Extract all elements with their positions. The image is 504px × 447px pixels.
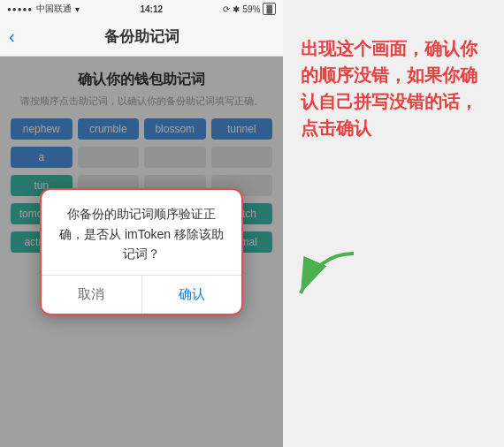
screen-rotate-icon: ⟳ xyxy=(223,4,230,14)
dialog-message: 你备份的助记词顺序验证正确，是否从 imToken 移除该助记词？ xyxy=(59,207,224,261)
green-arrow-icon xyxy=(292,245,363,310)
signal-dots: ●●●●● xyxy=(7,5,33,13)
page-content: 确认你的钱包助记词 请按顺序点击助记词，以确认你的备份助记词填写正确。 neph… xyxy=(0,57,283,447)
dialog-body: 你备份的助记词顺序验证正确，是否从 imToken 移除该助记词？ xyxy=(42,190,241,274)
status-left: ●●●●● 中国联通 ▾ xyxy=(7,3,80,15)
wifi-icon: ▾ xyxy=(75,4,80,14)
nav-title: 备份助记词 xyxy=(104,27,179,47)
time-display: 14:12 xyxy=(141,4,164,14)
bluetooth-icon: ✱ xyxy=(233,4,240,14)
battery-level: 59% xyxy=(242,4,260,14)
nav-bar: ‹ 备份助记词 xyxy=(0,18,283,57)
back-button[interactable]: ‹ xyxy=(9,27,15,47)
carrier: 中国联通 xyxy=(36,3,72,15)
annotation-panel: 出现这个画面，确认你的顺序没错，如果你确认自己拼写没错的话，点击确认 xyxy=(283,0,504,447)
phone-screen: ●●●●● 中国联通 ▾ 14:12 ⟳ ✱ 59% ▓ ‹ 备份助记词 确认你… xyxy=(0,0,283,447)
dialog-box: 你备份的助记词顺序验证正确，是否从 imToken 移除该助记词？ 取消 确认 xyxy=(40,188,243,314)
annotation-text: 出现这个画面，确认你的顺序没错，如果你确认自己拼写没错的话，点击确认 xyxy=(301,35,490,141)
battery-icon: ▓ xyxy=(263,3,276,15)
status-right: ⟳ ✱ 59% ▓ xyxy=(223,3,276,15)
dialog-overlay: 你备份的助记词顺序验证正确，是否从 imToken 移除该助记词？ 取消 确认 xyxy=(0,57,283,447)
dialog-actions: 取消 确认 xyxy=(42,275,241,314)
dialog-ok-button[interactable]: 确认 xyxy=(142,276,242,314)
dialog-cancel-button[interactable]: 取消 xyxy=(42,276,142,314)
status-bar: ●●●●● 中国联通 ▾ 14:12 ⟳ ✱ 59% ▓ xyxy=(0,0,283,18)
